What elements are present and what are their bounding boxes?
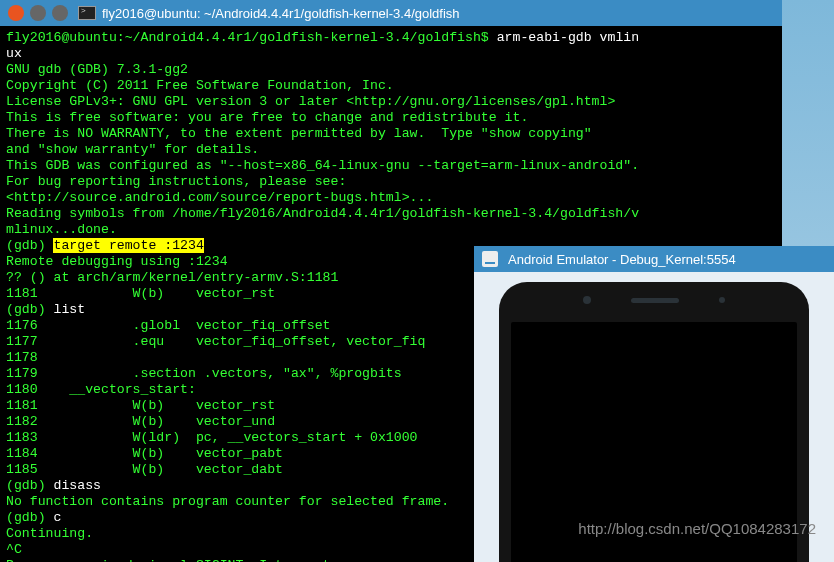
out: No function contains program counter for… — [6, 494, 449, 509]
out: 1177 .equ vector_fiq_offset, vector_fiq — [6, 334, 425, 349]
out: 1183 W(ldr) pc, __vectors_start + 0x1000 — [6, 430, 418, 445]
command: arm-eabi-gdb vmlin — [497, 30, 639, 45]
emulator-titlebar[interactable]: Android Emulator - Debug_Kernel:5554 — [474, 246, 834, 272]
out: Program received signal SIGINT, Interrup… — [6, 558, 338, 562]
out: mlinux...done. — [6, 222, 117, 237]
out: GNU gdb (GDB) 7.3.1-gg2 — [6, 62, 188, 77]
out: 1180 __vectors_start: — [6, 382, 196, 397]
out: Reading symbols from /home/fly2016/Andro… — [6, 206, 639, 221]
out: 1176 .globl vector_fiq_offset — [6, 318, 330, 333]
terminal-titlebar[interactable]: fly2016@ubuntu: ~/Android4.4.4r1/goldfis… — [0, 0, 782, 26]
prompt: fly2016@ubuntu:~/Android4.4.4r1/goldfish… — [6, 30, 489, 45]
out: 1182 W(b) vector_und — [6, 414, 275, 429]
out: This GDB was configured as "--host=x86_6… — [6, 158, 639, 173]
speaker-icon — [631, 298, 679, 303]
out: For bug reporting instructions, please s… — [6, 174, 346, 189]
out: ?? () at arch/arm/kernel/entry-armv.S:11… — [6, 270, 338, 285]
out: 1184 W(b) vector_pabt — [6, 446, 283, 461]
out: 1179 .section .vectors, "ax", %progbits — [6, 366, 402, 381]
sensor-icon — [719, 297, 725, 303]
out: 1181 W(b) vector_rst — [6, 398, 275, 413]
minimize-icon[interactable] — [30, 5, 46, 21]
out: This is free software: you are free to c… — [6, 110, 528, 125]
out: 1178 — [6, 350, 38, 365]
out: There is NO WARRANTY, to the extent perm… — [6, 126, 592, 141]
maximize-icon[interactable] — [52, 5, 68, 21]
out: ^C — [6, 542, 22, 557]
gdb-prompt: (gdb) — [6, 478, 53, 493]
close-icon[interactable] — [8, 5, 24, 21]
out: Copyright (C) 2011 Free Software Foundat… — [6, 78, 394, 93]
out: 1181 W(b) vector_rst — [6, 286, 275, 301]
gdb-prompt: (gdb) — [6, 510, 53, 525]
out: Remote debugging using :1234 — [6, 254, 228, 269]
command: list — [53, 302, 85, 317]
emulator-window: Android Emulator - Debug_Kernel:5554 — [474, 246, 834, 562]
out: License GPLv3+: GNU GPL version 3 or lat… — [6, 94, 615, 109]
out: and "show warranty" for details. — [6, 142, 259, 157]
camera-icon — [583, 296, 591, 304]
gdb-prompt: (gdb) — [6, 238, 53, 253]
highlighted-command: target remote :1234 — [53, 238, 203, 253]
command: disass — [53, 478, 100, 493]
emulator-body — [474, 272, 834, 562]
out: 1185 W(b) vector_dabt — [6, 462, 283, 477]
emulator-title: Android Emulator - Debug_Kernel:5554 — [508, 252, 736, 267]
watermark: http://blog.csdn.net/QQ1084283172 — [578, 520, 816, 537]
command: c — [53, 510, 61, 525]
gdb-prompt: (gdb) — [6, 302, 53, 317]
out: Continuing. — [6, 526, 93, 541]
out: <http://source.android.com/source/report… — [6, 190, 433, 205]
minimize-icon[interactable] — [482, 251, 498, 267]
command-cont: ux — [6, 46, 22, 61]
terminal-title: fly2016@ubuntu: ~/Android4.4.4r1/goldfis… — [102, 6, 460, 21]
terminal-icon — [78, 6, 96, 20]
